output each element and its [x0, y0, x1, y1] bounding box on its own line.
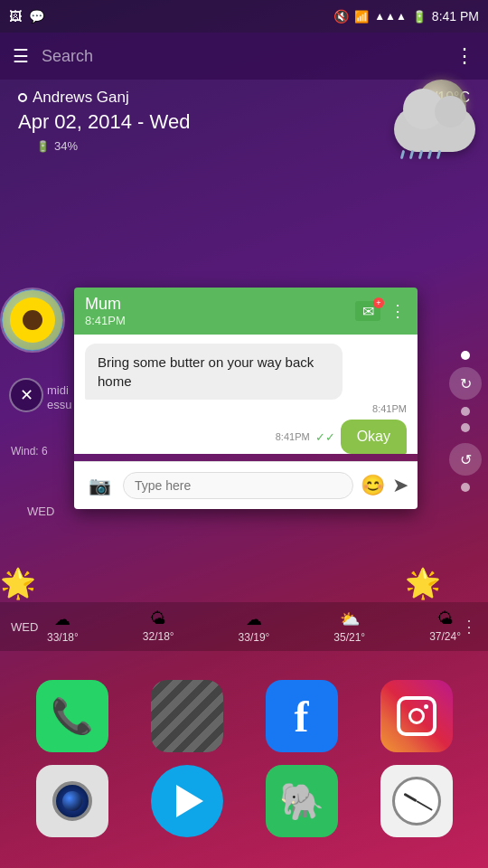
- sent-message-row: 8:41PM ✓✓ Okay: [85, 420, 407, 454]
- play-app-icon[interactable]: [151, 765, 223, 837]
- weather-mini-icon-3: ⛅: [340, 609, 360, 629]
- app-row-1: 📞 f: [14, 680, 474, 752]
- hamburger-menu-icon[interactable]: ☰: [13, 45, 29, 67]
- side-dot-1: [461, 351, 470, 360]
- notification-header-icons: + ⋮: [355, 301, 407, 321]
- sent-time: 8:41PM: [276, 431, 310, 442]
- clock-face-icon: [392, 777, 441, 826]
- facebook-app-icon[interactable]: f: [266, 680, 338, 752]
- location-dot-icon: [18, 93, 27, 102]
- camera-inner-lens: [62, 791, 82, 811]
- instagram-app-icon[interactable]: [380, 680, 453, 752]
- weather-mini-icon-4: 🌤: [437, 609, 454, 628]
- facebook-f-icon: f: [295, 692, 309, 741]
- bottom-weather-strip: WED ☁ 33/18° 🌤 32/18° ☁ 33/19° ⛅ 35/21° …: [0, 602, 488, 651]
- message-input-row: 📷 😊 ➤: [74, 461, 418, 509]
- star-icon-left: 🌟: [0, 566, 36, 600]
- message-input[interactable]: [123, 472, 353, 499]
- wind-label: Wind: 6: [11, 445, 48, 458]
- instagram-dot: [424, 704, 428, 709]
- weather-mini-temp-2: 33/19°: [239, 631, 270, 644]
- stripes-app-icon[interactable]: [151, 680, 223, 752]
- notification-header: Mum 8:41PM + ⋮: [74, 288, 418, 335]
- more-options-icon[interactable]: ⋮: [455, 44, 475, 68]
- search-input[interactable]: Search: [42, 47, 455, 66]
- received-time: 8:41PM: [85, 403, 407, 414]
- mute-icon: 🔇: [333, 9, 349, 24]
- avatar-background: [2, 289, 63, 351]
- side-dot-4: [461, 483, 470, 492]
- rain-drops: [401, 150, 440, 159]
- wifi-icon: 📶: [354, 10, 369, 24]
- rain-drop: [427, 150, 432, 159]
- camera-app-icon[interactable]: [36, 765, 108, 837]
- whatsapp-app-icon[interactable]: 📞: [36, 680, 108, 752]
- status-bar: 🖼 💬 🔇 📶 ▲▲▲ 🔋 8:41 PM: [0, 0, 488, 33]
- whatsapp-phone-icon: 📞: [51, 696, 93, 736]
- app-row-2: 🐘: [14, 765, 474, 837]
- reload-button[interactable]: ↺: [449, 443, 482, 476]
- emoji-button[interactable]: 😊: [361, 474, 385, 497]
- side-dot-3: [461, 423, 470, 432]
- photo-icon: 🖼: [9, 9, 22, 24]
- notification-menu-icon[interactable]: ⋮: [389, 301, 407, 321]
- weather-day-items: ☁ 33/18° 🌤 32/18° ☁ 33/19° ⛅ 35/21° 🌤 37…: [47, 609, 461, 644]
- stripe-pattern: [151, 680, 223, 752]
- weather-day-item-2: ☁ 33/19°: [239, 609, 270, 644]
- rain-drop: [409, 150, 414, 159]
- instagram-camera-icon: [397, 696, 436, 736]
- rain-drop: [400, 150, 405, 159]
- weather-mini-icon-1: 🌤: [150, 609, 166, 628]
- rain-drop: [436, 150, 441, 159]
- camera-attach-button[interactable]: 📷: [83, 469, 116, 502]
- overflow-text-midi: midi: [47, 383, 69, 397]
- message-icon: 💬: [29, 9, 44, 24]
- status-right-icons: 🔇 📶 ▲▲▲ 🔋 8:41 PM: [333, 9, 479, 24]
- received-message-bubble: Bring some butter on your way back home: [85, 344, 343, 400]
- weather-mini-temp-4: 37/24°: [429, 630, 461, 643]
- app-grid: 📞 f 🐘: [0, 680, 488, 850]
- overflow-text-pressure: essu: [47, 398, 71, 411]
- weather-section: Andrews Ganj 34/19°C Apr 02, 2014 - Wed …: [0, 80, 488, 156]
- battery-percentage: 34%: [54, 139, 78, 153]
- refresh-button[interactable]: ↻: [449, 367, 482, 400]
- star-icon-right: 🌟: [405, 566, 441, 600]
- weather-mini-icon-0: ☁: [54, 609, 70, 629]
- weather-mini-temp-0: 33/18°: [47, 631, 79, 644]
- play-triangle-icon: [176, 785, 203, 817]
- read-receipts-icon: ✓✓: [315, 430, 335, 444]
- rain-drop: [418, 150, 423, 159]
- weather-icon-area: [376, 80, 475, 161]
- battery-icon: 🔋: [412, 10, 427, 24]
- side-strip: ↻ ↺: [443, 344, 488, 499]
- cloud-shape: [394, 107, 475, 152]
- email-compose-button[interactable]: +: [355, 301, 380, 321]
- weather-day-item-0: ☁ 33/18°: [47, 609, 79, 644]
- location-name: Andrews Ganj: [18, 89, 129, 107]
- weather-mini-temp-3: 35/21°: [333, 631, 365, 644]
- camera-lens-icon: [52, 781, 92, 821]
- evernote-app-icon[interactable]: 🐘: [266, 765, 338, 837]
- close-button[interactable]: ✕: [9, 378, 43, 412]
- notification-header-left: Mum 8:41PM: [85, 295, 126, 327]
- notification-card: Mum 8:41PM + ⋮ Bring some butter on your…: [74, 288, 418, 509]
- side-dot-2: [461, 407, 470, 416]
- weather-more-icon[interactable]: ⋮: [461, 617, 477, 637]
- notification-body: Bring some butter on your way back home …: [74, 335, 418, 454]
- weather-day-item-3: ⛅ 35/21°: [333, 609, 365, 644]
- sunflower-center: [23, 310, 42, 330]
- wed-label: WED: [27, 505, 54, 518]
- evernote-logo-icon: 🐘: [279, 780, 324, 823]
- sunflower-icon: [10, 297, 55, 343]
- top-bar: ☰ Search ⋮: [0, 33, 488, 80]
- notification-time: 8:41PM: [85, 314, 126, 327]
- send-button[interactable]: ➤: [392, 474, 408, 497]
- plus-badge: +: [373, 297, 384, 308]
- weather-mini-icon-2: ☁: [246, 609, 262, 629]
- clock-app-icon[interactable]: [380, 765, 453, 837]
- day-label: WED: [11, 620, 47, 634]
- clock-hour-hand: [403, 793, 417, 803]
- weather-day-item-4: 🌤 37/24°: [429, 609, 461, 644]
- sent-message-bubble: Okay: [341, 420, 407, 454]
- clock-minute-hand: [416, 800, 432, 811]
